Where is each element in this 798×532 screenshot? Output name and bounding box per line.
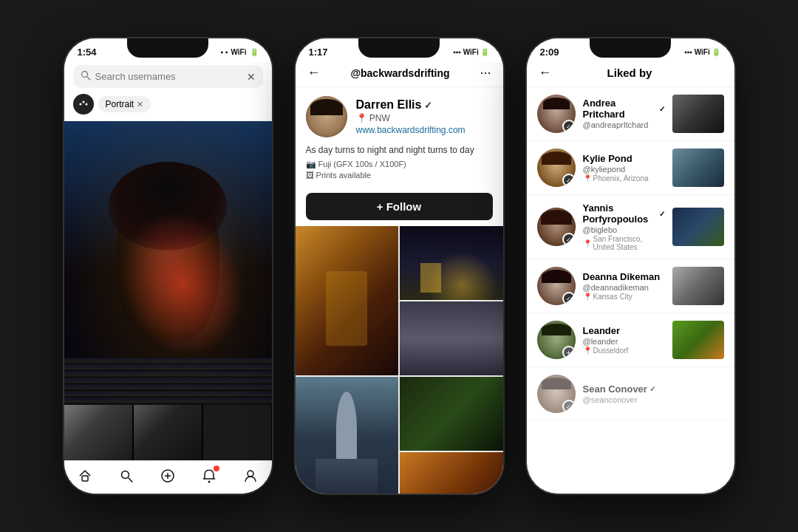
nav-home[interactable] [78, 468, 92, 483]
filter-icon[interactable] [73, 94, 94, 115]
thumb-2[interactable] [134, 405, 202, 460]
thumb-3[interactable] [203, 405, 271, 460]
liked-thumb-4 [672, 267, 724, 305]
phone-1: 1:54 ▪ ▪ WiFi 🔋 ✕ Portrait [63, 37, 273, 495]
liked-info-3: Yannis Porfyropoulos ✓ @biglebo 📍San Fra… [583, 202, 665, 251]
liked-check-1: ✓ [562, 120, 576, 133]
liked-item-2[interactable]: ✓ Kylie Pond @kyliepond 📍Phoenix, Arizon… [527, 141, 734, 195]
svg-line-1 [87, 77, 90, 80]
notch-3 [590, 38, 671, 58]
liked-avatar-2: ✓ [537, 149, 576, 187]
liked-handle-4: @deannadikeman [583, 283, 665, 292]
profile-prints: 🖼 Prints available [306, 171, 493, 180]
verified-badge: ✓ [424, 100, 432, 111]
profile-camera: 📷 Fuji (GFX 100s / X100F) [306, 160, 493, 169]
liked-handle-5: @leander [583, 337, 665, 346]
liked-item-3[interactable]: ✓ Yannis Porfyropoulos ✓ @biglebo 📍San F… [527, 195, 734, 259]
liked-info-2: Kylie Pond @kyliepond 📍Phoenix, Arizona [583, 153, 665, 183]
phone-2: 1:17 ▪▪▪ WiFi 🔋 ← @backwardsdrifting ···… [294, 37, 505, 495]
liked-item-5[interactable]: + Leander @leander 📍Dusseldorf [527, 313, 734, 367]
liked-name-3: Yannis Porfyropoulos ✓ [583, 202, 665, 225]
liked-thumb-3 [672, 208, 724, 246]
nav-add[interactable] [160, 468, 175, 483]
svg-point-12 [248, 471, 253, 477]
liked-info-5: Leander @leander 📍Dusseldorf [583, 325, 665, 355]
liked-name-4: Deanna Dikeman [583, 271, 665, 282]
svg-rect-5 [82, 476, 88, 481]
nav-profile[interactable] [243, 468, 258, 483]
remove-filter-icon[interactable]: ✕ [137, 100, 143, 109]
more-button[interactable]: ··· [480, 65, 491, 81]
back-button-3[interactable]: ← [539, 65, 552, 81]
liked-handle-1: @andreaprItchard [583, 120, 665, 129]
follow-button[interactable]: + Follow [306, 193, 493, 220]
search-bar[interactable]: ✕ [73, 65, 263, 88]
phone1-screen: 1:54 ▪ ▪ WiFi 🔋 ✕ Portrait [64, 38, 272, 494]
liked-name-5: Leander [583, 325, 665, 336]
thumb-1[interactable] [64, 405, 132, 460]
nav-notifications[interactable] [202, 468, 216, 483]
svg-line-7 [129, 478, 132, 482]
profile-name: Darren Ellis ✓ [356, 98, 466, 112]
clear-icon[interactable]: ✕ [247, 71, 256, 83]
phone3-screen: 2:09 ▪▪▪ WiFi 🔋 ← Liked by ✓ [527, 38, 734, 494]
grid-cell-3[interactable] [400, 301, 503, 375]
liked-check-3: ✓ [562, 233, 576, 246]
grid-cell-5[interactable] [296, 377, 399, 494]
phone1-header: ✕ Portrait ✕ [64, 62, 272, 121]
avatar-hair [310, 99, 343, 115]
liked-by-title: Liked by [552, 66, 708, 79]
liked-item-4[interactable]: ✓ Deanna Dikeman @deannadikeman 📍Kansas … [527, 259, 734, 313]
liked-handle-6: @seanconover [583, 395, 724, 404]
phone2-header: ← @backwardsdrifting ··· [296, 62, 503, 87]
status-icons-3: ▪▪▪ WiFi 🔋 [684, 48, 720, 56]
verified-icon-1: ✓ [659, 105, 665, 113]
profile-website[interactable]: www.backwardsdrifting.com [356, 125, 466, 135]
profile-username-header: @backwardsdrifting [350, 67, 449, 79]
liked-item-6[interactable]: ✓ Sean Conover ✓ @seanconover [527, 367, 734, 421]
grid-cell-4[interactable] [400, 377, 503, 451]
filter-tag-portrait[interactable]: Portrait ✕ [98, 96, 151, 112]
back-button[interactable]: ← [307, 65, 321, 81]
liked-item-1[interactable]: ✓ Andrea Pritchard ✓ @andreaprItchard [527, 87, 734, 141]
liked-avatar-3: ✓ [537, 208, 576, 246]
status-icons-1: ▪ ▪ WiFi 🔋 [221, 48, 259, 56]
liked-avatar-1: ✓ [537, 95, 576, 133]
liked-info-1: Andrea Pritchard ✓ @andreaprItchard [583, 98, 665, 130]
phone3-header: ← Liked by [527, 62, 734, 87]
filter-tags: Portrait ✕ [73, 94, 263, 115]
liked-location-3: 📍San Francisco, United States [583, 235, 665, 251]
liked-list: ✓ Andrea Pritchard ✓ @andreaprItchard [527, 87, 734, 494]
liked-check-2: ✓ [562, 174, 576, 187]
grid-cell-6[interactable] [400, 452, 503, 494]
main-photo[interactable] [64, 121, 272, 432]
profile-location: 📍 PNW [356, 113, 466, 123]
svg-point-4 [85, 103, 87, 106]
profile-info: Darren Ellis ✓ 📍 PNW www.backwardsdrifti… [296, 87, 503, 187]
search-input[interactable] [95, 71, 242, 82]
liked-info-4: Deanna Dikeman @deannadikeman 📍Kansas Ci… [583, 271, 665, 301]
svg-point-6 [121, 471, 129, 479]
phone-3: 2:09 ▪▪▪ WiFi 🔋 ← Liked by ✓ [525, 37, 736, 495]
thumbnail-strip [64, 405, 272, 460]
grid-cell-2[interactable] [400, 226, 503, 300]
liked-plus-5: + [562, 346, 576, 359]
phone1-content [64, 121, 272, 460]
profile-avatar[interactable] [306, 96, 347, 137]
liked-name-2: Kylie Pond [583, 153, 665, 164]
nav-search[interactable] [119, 468, 134, 483]
photo-grid [296, 226, 503, 494]
phone1-nav [64, 460, 272, 494]
liked-avatar-6: ✓ [537, 375, 576, 413]
svg-point-11 [208, 481, 211, 483]
status-time-2: 1:17 [309, 47, 328, 58]
liked-name-1: Andrea Pritchard ✓ [583, 98, 665, 120]
liked-handle-3: @biglebo [583, 225, 665, 234]
search-icon [81, 70, 91, 83]
grid-cell-1[interactable] [296, 226, 399, 375]
phone2-screen: 1:17 ▪▪▪ WiFi 🔋 ← @backwardsdrifting ···… [296, 38, 503, 494]
liked-check-4: ✓ [562, 292, 576, 305]
notification-badge [214, 466, 219, 471]
liked-avatar-5: + [537, 321, 576, 359]
svg-point-2 [79, 103, 81, 106]
